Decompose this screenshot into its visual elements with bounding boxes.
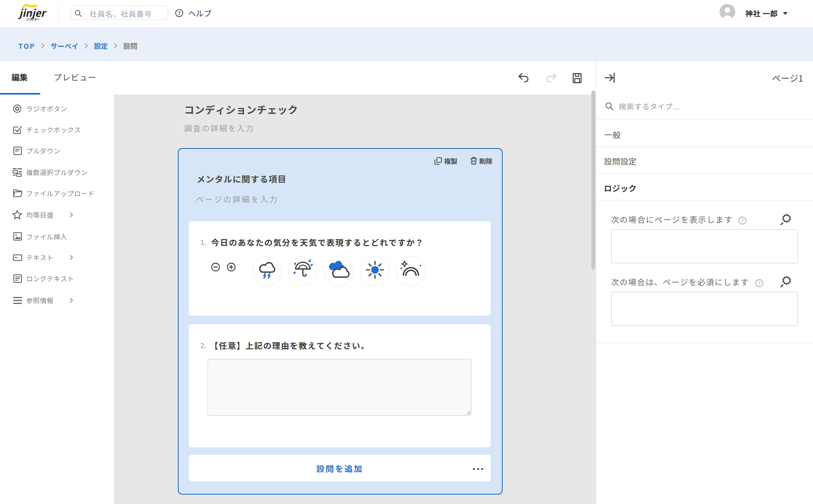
svg-text:?: ? (758, 279, 761, 286)
svg-text:?: ? (741, 216, 744, 224)
svg-text:?: ? (178, 9, 180, 16)
